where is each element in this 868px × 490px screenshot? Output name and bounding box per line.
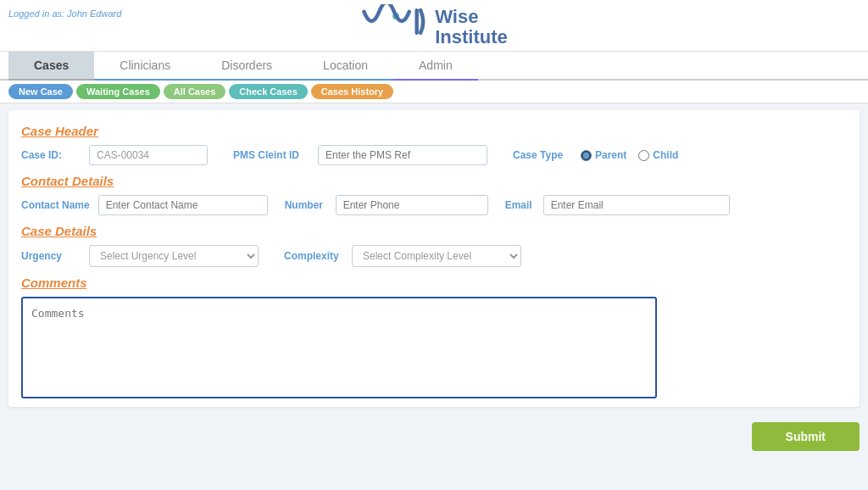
phone-input[interactable]: [336, 195, 488, 215]
case-type-label: Case Type: [513, 149, 568, 161]
case-header-title: Case Header: [21, 124, 847, 138]
radio-child-input[interactable]: [638, 150, 649, 161]
radio-child[interactable]: Child: [638, 149, 678, 161]
email-input[interactable]: [543, 195, 730, 215]
urgency-label: Urgency: [21, 250, 81, 262]
main-content: Case Header Case ID: PMS Cleint ID Case …: [8, 110, 860, 407]
number-label: Number: [285, 199, 327, 211]
comments-title: Comments: [21, 276, 847, 290]
contact-name-input[interactable]: [98, 195, 268, 215]
nav-tab-clinicians[interactable]: Clinicians: [94, 52, 196, 81]
logo-area: Wise Institute: [360, 7, 508, 47]
submit-row: Submit: [0, 414, 868, 451]
child-label: Child: [653, 149, 678, 161]
nav-tab-admin[interactable]: Admin: [393, 52, 478, 81]
nav-tab-cases[interactable]: Cases: [8, 52, 94, 81]
top-header: Logged in as: John Edward Wise Institute: [0, 0, 868, 52]
radio-parent-input[interactable]: [581, 150, 592, 161]
sub-nav: New Case Waiting Cases All Cases Check C…: [0, 81, 868, 103]
complexity-select[interactable]: Select Complexity Level Low Medium High: [352, 245, 521, 267]
sub-tab-waiting-cases[interactable]: Waiting Cases: [76, 84, 160, 99]
nav-tab-disorders[interactable]: Disorders: [196, 52, 298, 81]
main-nav: Cases Clinicians Disorders Location Admi…: [0, 52, 868, 81]
complexity-label: Complexity: [284, 250, 343, 262]
sub-tab-cases-history[interactable]: Cases History: [311, 84, 393, 99]
parent-label: Parent: [595, 149, 626, 161]
logo-svg: [360, 4, 428, 38]
radio-parent[interactable]: Parent: [581, 149, 626, 161]
logged-in-label: Logged in as: John Edward: [8, 8, 121, 19]
case-details-title: Case Details: [21, 224, 847, 238]
case-details-row: Urgency Select Urgency Level Low Medium …: [21, 245, 847, 267]
case-header-row: Case ID: PMS Cleint ID Case Type Parent …: [21, 145, 847, 165]
urgency-select[interactable]: Select Urgency Level Low Medium High: [89, 245, 259, 267]
submit-button[interactable]: Submit: [752, 422, 860, 451]
contact-name-label: Contact Name: [21, 199, 90, 211]
sub-tab-all-cases[interactable]: All Cases: [164, 84, 226, 99]
contact-details-row: Contact Name Number Email: [21, 195, 847, 215]
case-type-group: Parent Child: [581, 149, 678, 161]
case-id-label: Case ID:: [21, 149, 81, 161]
contact-details-title: Contact Details: [21, 174, 847, 188]
comments-textarea[interactable]: [21, 297, 657, 398]
sub-tab-new-case[interactable]: New Case: [8, 84, 73, 99]
email-label: Email: [505, 199, 535, 211]
logo-text: Wise Institute: [435, 7, 508, 47]
pms-client-id-label: PMS Cleint ID: [233, 149, 309, 161]
pms-client-id-input[interactable]: [318, 145, 487, 165]
case-id-input[interactable]: [89, 145, 208, 165]
nav-tab-location[interactable]: Location: [298, 52, 393, 81]
sub-tab-check-cases[interactable]: Check Cases: [229, 84, 308, 99]
logo-icon: [360, 13, 428, 42]
